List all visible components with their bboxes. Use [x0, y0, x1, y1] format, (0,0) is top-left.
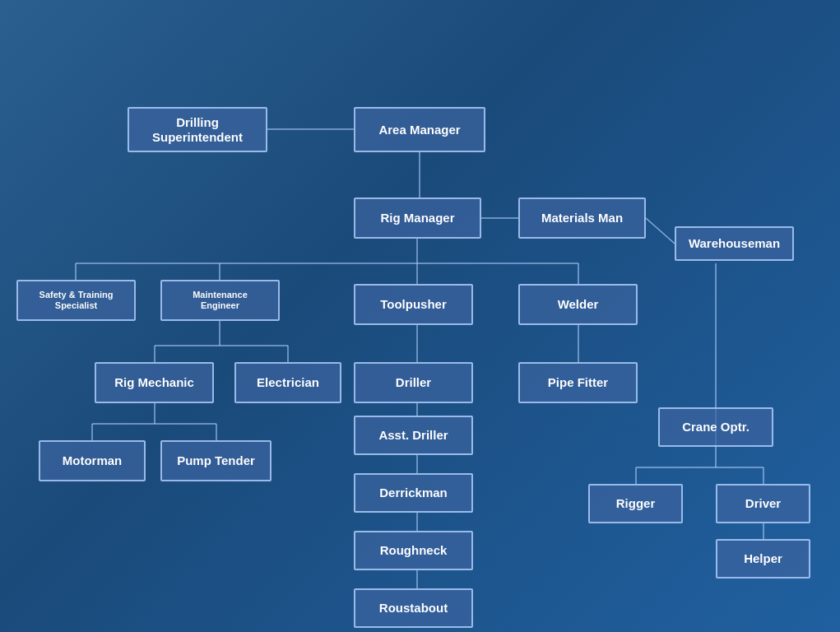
org-chart: Drilling SuperintendentArea ManagerRig M… [0, 45, 840, 632]
node-welder: Welder [518, 284, 638, 325]
node-crane_optr: Crane Optr. [658, 407, 773, 447]
node-pump_tender: Pump Tender [160, 440, 271, 481]
node-warehouseman: Warehouseman [675, 226, 794, 261]
node-asst_driller: Asst. Driller [354, 416, 473, 455]
node-derrickman: Derrickman [354, 473, 473, 513]
node-electrician: Electrician [234, 362, 341, 403]
node-rig_mechanic: Rig Mechanic [95, 362, 214, 403]
node-toolpusher: Toolpusher [354, 284, 473, 325]
node-materials_man: Materials Man [518, 198, 646, 239]
node-maintenance_engineer: Maintenance Engineer [160, 280, 280, 321]
node-safety_training: Safety & Training Specialist [16, 280, 136, 321]
node-area_manager: Area Manager [354, 107, 485, 152]
node-rig_manager: Rig Manager [354, 198, 481, 239]
node-drilling_superintendent: Drilling Superintendent [128, 107, 267, 152]
node-motorman: Motorman [39, 440, 146, 481]
node-driller: Driller [354, 362, 473, 403]
node-roustabout: Roustabout [354, 588, 473, 628]
node-rigger: Rigger [588, 484, 683, 523]
node-roughneck: Roughneck [354, 531, 473, 570]
chart-title [0, 0, 840, 15]
node-helper: Helper [716, 539, 810, 579]
svg-line-3 [646, 218, 675, 244]
node-driver: Driver [716, 484, 810, 523]
node-pipe_fitter: Pipe Fitter [518, 362, 638, 403]
